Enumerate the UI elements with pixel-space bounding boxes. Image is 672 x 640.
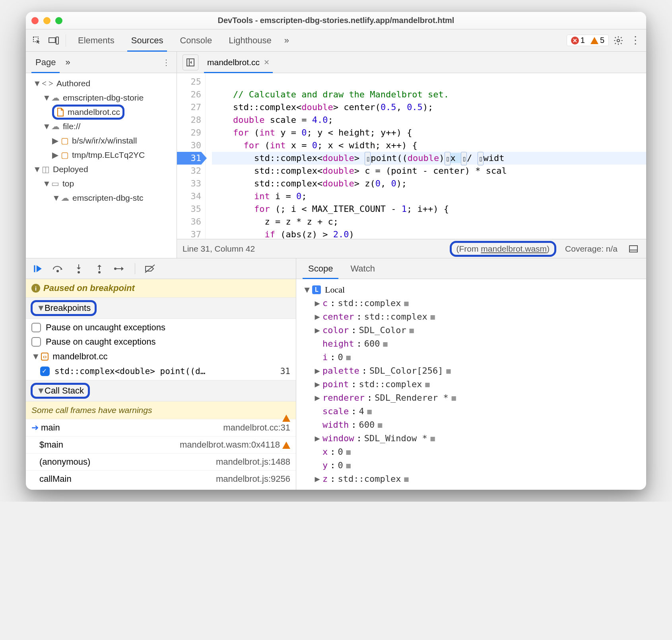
- call-stack-section-header[interactable]: ▼Call Stack: [26, 380, 296, 401]
- memory-icon[interactable]: ▦: [445, 364, 451, 378]
- tree-file-mandelbrot[interactable]: mandelbrot.cc: [26, 105, 177, 119]
- navigator-more-button[interactable]: »: [62, 52, 73, 73]
- warning-icon: [590, 37, 598, 44]
- svg-rect-6: [34, 265, 35, 272]
- info-icon: i: [31, 284, 40, 293]
- error-icon: ✕: [571, 37, 579, 45]
- error-count: 1: [581, 36, 585, 45]
- scope-variable[interactable]: i: 0▦: [299, 351, 644, 364]
- memory-icon[interactable]: ▦: [424, 378, 430, 391]
- sources-upper-pane: Page » ⋮ ▼ < > Authored ▼ ☁ emscripten-d…: [26, 52, 646, 258]
- stack-frame[interactable]: $mainmandelbrot.wasm:0x4118: [26, 436, 296, 453]
- settings-gear-icon[interactable]: [611, 33, 625, 48]
- breakpoints-body: Pause on uncaught exceptions Pause on ca…: [26, 319, 296, 380]
- file-icon: [56, 107, 64, 117]
- cube-icon: ◫: [42, 165, 50, 174]
- tab-lighthouse[interactable]: Lighthouse: [221, 29, 279, 51]
- tab-scope[interactable]: Scope: [299, 258, 342, 279]
- scope-local-header[interactable]: ▼ L Local: [299, 283, 644, 297]
- tree-folder-1[interactable]: ▶ ▢ b/s/w/ir/x/w/install: [26, 134, 177, 148]
- paused-banner: i Paused on breakpoint: [26, 279, 296, 297]
- close-tab-icon[interactable]: ✕: [264, 58, 270, 67]
- tree-group-authored[interactable]: ▼ < > Authored: [26, 76, 177, 91]
- tree-top-frame[interactable]: ▼ ▭ top: [26, 176, 177, 191]
- tree-host-1[interactable]: ▼ ☁ emscripten-dbg-storie: [26, 91, 177, 105]
- deactivate-breakpoints-button[interactable]: [144, 263, 156, 275]
- more-tabs-button[interactable]: »: [281, 29, 292, 51]
- memory-icon[interactable]: ▦: [346, 351, 352, 364]
- tree-group-deployed[interactable]: ▼ ◫ Deployed: [26, 162, 177, 176]
- scope-variable[interactable]: height: 600▦: [299, 337, 644, 351]
- scope-variable[interactable]: ▶point: std::complex▦: [299, 378, 644, 391]
- memory-icon[interactable]: ▦: [382, 337, 388, 351]
- scope-variable[interactable]: ▶center: std::complex▦: [299, 310, 644, 324]
- resume-button[interactable]: [31, 263, 43, 275]
- toggle-navigator-button[interactable]: [183, 54, 198, 70]
- tab-console[interactable]: Console: [173, 29, 219, 51]
- stack-frame[interactable]: (anonymous)mandelbrot.js:1488: [26, 453, 296, 470]
- memory-icon[interactable]: ▦: [451, 391, 457, 405]
- scope-variable[interactable]: ▶renderer: SDL_Renderer *▦: [299, 391, 644, 405]
- memory-icon[interactable]: ▦: [403, 472, 409, 486]
- tree-host-file[interactable]: ▼ ☁ file://: [26, 119, 177, 134]
- cursor-position: Line 31, Column 42: [183, 244, 255, 254]
- scope-body: ▼ L Local ▶c: std::complex▦▶center: std:…: [296, 279, 646, 490]
- breakpoint-entry[interactable]: std::complex<double> point((d… 31: [26, 364, 296, 378]
- divider: [66, 35, 66, 47]
- toggle-bottom-drawer-icon[interactable]: [626, 242, 641, 256]
- scope-variable[interactable]: ▶z: std::complex▦: [299, 472, 644, 486]
- memory-icon[interactable]: ▦: [403, 297, 409, 310]
- navigator-tab-page[interactable]: Page: [29, 52, 62, 73]
- tab-sources[interactable]: Sources: [124, 29, 171, 51]
- stack-frame[interactable]: ➔mainmandelbrot.cc:31: [26, 419, 296, 436]
- code-editor[interactable]: 25262728293031323334353637 // Calculate …: [177, 73, 646, 239]
- stack-frame[interactable]: callMainmandelbrot.js:9256: [26, 470, 296, 487]
- memory-icon[interactable]: ▦: [430, 310, 436, 324]
- scope-panel: Scope Watch ▼ L Local ▶c: std::complex▦▶…: [296, 258, 646, 490]
- step-over-button[interactable]: [52, 263, 64, 275]
- devtools-window: DevTools - emscripten-dbg-stories.netlif…: [26, 12, 646, 490]
- step-out-button[interactable]: [93, 263, 105, 275]
- issue-counter[interactable]: ✕ 1 5: [567, 35, 609, 46]
- memory-icon[interactable]: ▦: [377, 418, 383, 432]
- line-gutter[interactable]: 25262728293031323334353637: [177, 73, 206, 239]
- scope-variable[interactable]: y: 0▦: [299, 459, 644, 472]
- breakpoints-section-header[interactable]: ▼Breakpoints: [26, 297, 296, 319]
- scope-variable[interactable]: ▶palette: SDL_Color[256]▦: [299, 364, 644, 378]
- tab-elements[interactable]: Elements: [71, 29, 122, 51]
- folder-icon: ▢: [61, 136, 69, 145]
- device-toolbar-icon[interactable]: [47, 33, 61, 48]
- tab-watch[interactable]: Watch: [342, 258, 384, 279]
- pause-caught-toggle[interactable]: Pause on caught exceptions: [26, 335, 296, 349]
- memory-icon[interactable]: ▦: [346, 459, 352, 472]
- navigator-menu-icon[interactable]: ⋮: [159, 55, 173, 70]
- main-tab-strip: Elements Sources Console Lighthouse » ✕ …: [26, 29, 646, 52]
- step-button[interactable]: [114, 263, 126, 275]
- tree-folder-2[interactable]: ▶ ▢ tmp/tmp.ELcTq2YC: [26, 148, 177, 162]
- memory-icon[interactable]: ▦: [367, 405, 373, 418]
- scope-variable[interactable]: ▶color: SDL_Color▦: [299, 324, 644, 337]
- svg-point-7: [57, 270, 58, 272]
- scope-variable[interactable]: width: 600▦: [299, 418, 644, 432]
- svg-point-9: [99, 272, 100, 273]
- cloud-icon: ☁: [51, 93, 60, 103]
- inspect-element-icon[interactable]: [30, 33, 44, 48]
- source-mapped-from[interactable]: (From mandelbrot.wasm): [450, 241, 557, 257]
- pause-uncaught-toggle[interactable]: Pause on uncaught exceptions: [26, 320, 296, 335]
- warning-count: 5: [600, 36, 604, 45]
- tree-deployed-host[interactable]: ▼ ☁ emscripten-dbg-stc: [26, 191, 177, 205]
- more-menu-icon[interactable]: ⋮: [628, 33, 642, 48]
- file-tree: ▼ < > Authored ▼ ☁ emscripten-dbg-storie: [26, 73, 177, 258]
- breakpoint-file-group[interactable]: ▼ ‹› mandelbrot.cc: [26, 349, 296, 364]
- memory-icon[interactable]: ▦: [409, 324, 415, 337]
- scope-variable[interactable]: ▶window: SDL_Window *▦: [299, 432, 644, 445]
- memory-icon[interactable]: ▦: [430, 432, 436, 445]
- scope-variable[interactable]: scale: 4▦: [299, 405, 644, 418]
- scope-variable[interactable]: x: 0▦: [299, 445, 644, 459]
- step-into-button[interactable]: [73, 263, 85, 275]
- memory-icon[interactable]: ▦: [346, 445, 352, 459]
- frame-icon: ▭: [51, 179, 59, 188]
- svg-point-10: [115, 268, 116, 270]
- scope-variable[interactable]: ▶c: std::complex▦: [299, 297, 644, 310]
- editor-tab-mandelbrot[interactable]: mandelbrot.cc ✕: [202, 52, 275, 73]
